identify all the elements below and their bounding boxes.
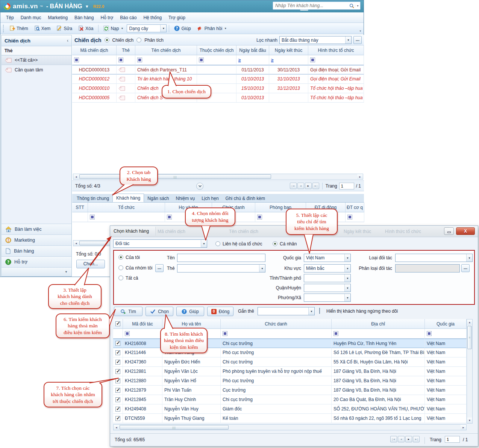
customer-row[interactable]: KH212880Nguyễn Văn HổPhó cục trưởng187 G… [113,376,467,386]
scroll-right-icon[interactable]: ► [357,174,363,179]
combo-arrow-icon[interactable]: ▼ [344,294,350,301]
find-button[interactable]: Tìm [114,307,142,316]
filter-icon[interactable] [137,58,142,62]
row-checkbox[interactable] [115,416,120,421]
combo-arrow-icon[interactable]: ▼ [466,254,472,262]
pager-button[interactable]: |◄ [290,183,297,189]
filter-icon[interactable] [310,58,315,62]
column-header[interactable]: Hình thức tổ chức [308,45,364,55]
nav-overflow-icon[interactable]: ▼ [2,267,71,276]
column-header[interactable]: Thẻ [117,45,135,55]
menu-item[interactable]: Marketing [44,14,71,22]
radio-person[interactable] [273,241,277,246]
filter-icon[interactable] [74,58,79,62]
customer-vscrollbar[interactable]: ▲ ▼ ≡ [467,319,473,424]
filter-cell[interactable] [72,212,88,222]
ward-combo[interactable]: ▼ [304,294,351,302]
scroll-right-icon[interactable]: ► [461,425,466,430]
combo-arrow-icon[interactable]: ▼ [345,36,351,44]
customer-row[interactable]: KH247360Nguyễn Đức HiểnChi cục trưởng55 … [113,357,467,367]
combo-arrow-icon[interactable]: ▼ [344,274,350,282]
filter-icon[interactable] [333,331,338,336]
combo-arrow-icon[interactable]: ▼ [308,307,314,315]
feedback-dropdown-icon[interactable]: ▼ [224,27,227,30]
column-header[interactable]: Mã đối tác [123,319,162,329]
partner-class-picker-button[interactable]: ... [461,264,470,272]
row-checkbox[interactable] [115,397,120,402]
toolbar-overflow-icon[interactable]: ▼ [358,24,363,33]
column-header[interactable]: Chức danh [221,319,332,329]
search-input[interactable] [273,3,348,8]
scroll-thumb[interactable]: ||| [79,174,271,179]
tab-5[interactable]: Ghi chú & đính kèm [222,194,268,202]
filter-icon[interactable] [257,215,262,219]
pager-button[interactable]: ► [405,436,412,442]
filter-cell[interactable] [221,329,332,339]
filter-cell[interactable] [346,212,364,222]
row-checkbox[interactable] [115,341,120,346]
column-header[interactable]: Ngày kết thúc [269,45,308,55]
row-checkbox[interactable] [115,388,120,393]
filter-cell[interactable] [197,55,236,65]
nav-sales[interactable]: Bán hàng [2,245,71,256]
combo-arrow-icon[interactable]: ▼ [160,25,166,32]
expand-chevron-icon[interactable] [196,183,203,190]
combo-arrow-icon[interactable]: ▼ [201,240,207,247]
reload-button[interactable]: Nạp ▼ [101,24,126,32]
menu-item[interactable]: Hỗ trợ [97,14,117,22]
column-header[interactable]: Mã chiến dịch [72,45,117,55]
filter-cell[interactable] [135,55,197,65]
combo-arrow-icon[interactable]: ▼ [344,284,350,292]
radio-mine[interactable] [118,255,123,260]
scroll-left-icon[interactable]: ◄ [114,425,119,430]
column-header[interactable]: Ngày bắt đầu [236,45,269,55]
scroll-thumb[interactable]: ≡ [467,326,472,349]
dialog-close-button[interactable]: 0 Đóng [207,307,233,316]
partner-class-input[interactable] [395,264,460,272]
campaign-row[interactable]: HDCD0000005Chiến dịch S01/10/2013Tổ chức… [72,93,364,103]
radio-org-contact[interactable] [215,241,220,246]
customer-row[interactable]: ĐTCN559Nguyễn Thuý GiangKế toánSố nhà 63… [113,414,467,423]
radio-all[interactable] [118,275,123,280]
row-checkbox[interactable] [115,407,120,412]
sidebar-item-attention-tag[interactable]: Cần quan tâm [2,65,71,75]
tab-4[interactable]: Lịch hẹn [198,194,222,202]
menu-item[interactable]: Báo cáo [117,14,140,22]
country-combo[interactable]: Việt Nam ▼ [304,254,351,262]
sidebar-item-all-tags[interactable]: <<Tất cả>> [2,55,71,65]
pager-button[interactable]: ► [305,183,312,189]
partner-type-combo[interactable]: ▼ [395,254,473,262]
select-all-cell[interactable] [113,319,123,329]
nav-workspace[interactable]: Bàn làm việc [2,224,71,235]
radio-campaign[interactable] [105,38,109,42]
pager-button[interactable]: ►| [413,436,420,442]
pager-button[interactable]: ◄ [398,436,405,442]
province-combo[interactable]: ▼ [304,274,351,282]
menu-item[interactable]: Danh mục [17,14,45,22]
tab-active[interactable]: Khách hàng [112,194,144,202]
add-button[interactable]: Thêm [7,24,31,32]
choose-customers-button[interactable]: Chọn... [76,260,105,268]
filter-cell[interactable] [88,212,165,222]
column-header[interactable]: Quốc gia [425,319,467,329]
quick-filter-combo[interactable]: Bắt đầu tháng này ▼ [279,36,352,44]
filter-icon[interactable] [167,215,172,219]
row-checkbox[interactable] [115,378,120,383]
scroll-down-icon[interactable]: ▼ [467,418,472,423]
customer-group-combo[interactable]: Đối tác ▼ [113,239,207,248]
feedback-button[interactable]: Phản hồi ▼ [194,24,229,32]
pager-button[interactable]: |◄ [390,436,397,442]
scroll-up-icon[interactable]: ▲ [467,319,472,325]
filter-icon[interactable] [118,58,123,62]
row-checkbox[interactable] [115,369,120,374]
filter-icon[interactable] [347,215,352,219]
menu-item[interactable]: Bán hàng [71,14,97,22]
filter-cell[interactable] [117,55,135,65]
minimize-button[interactable] [444,227,454,235]
dialog-page-input[interactable] [445,436,460,443]
row-checkbox[interactable] [115,321,120,326]
customer-row[interactable]: KH212879Phi Vân TuấnCục trưởng187 Giảng … [113,386,467,395]
radio-analysis[interactable] [136,38,141,42]
filter-icon[interactable] [90,215,95,219]
filter-cell[interactable] [72,55,117,65]
